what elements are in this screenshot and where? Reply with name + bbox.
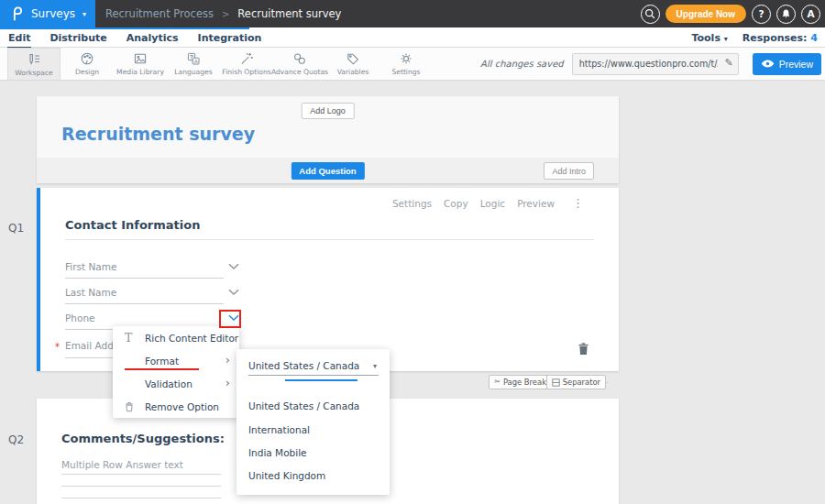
add-intro-button[interactable]: Add Intro xyxy=(544,162,594,180)
toolbar-item-advance-quotas[interactable]: Advance Quotas xyxy=(273,48,326,80)
contact-row-last-name: Last Name xyxy=(65,286,240,304)
palette-icon xyxy=(80,51,94,66)
menu-item-rich-content-editor[interactable]: T Rich Content Editor xyxy=(113,326,239,349)
tab-edit[interactable]: Edit xyxy=(7,27,31,49)
format-option-india-mobile[interactable]: India Mobile xyxy=(248,447,307,458)
breadcrumb-parent[interactable]: Recruitment Process xyxy=(105,7,214,20)
question2-heading[interactable]: Comments/Suggestions: xyxy=(61,432,225,445)
chevron-right-icon: › xyxy=(226,353,230,367)
row-label[interactable]: First Name xyxy=(65,261,116,272)
answer-underline xyxy=(61,486,221,487)
upgrade-now-button[interactable]: Upgrade Now xyxy=(666,5,746,23)
menu-item-remove-option[interactable]: Remove Option xyxy=(113,395,239,418)
svg-text:A: A xyxy=(194,59,198,64)
preview-button[interactable]: Preview xyxy=(753,53,821,75)
product-switcher[interactable]: Surveys ▾ xyxy=(0,0,95,27)
page-break-button[interactable]: ✂ Page Break xyxy=(489,375,552,389)
responses-count: 4 xyxy=(810,32,818,44)
row-options-chevron-icon[interactable] xyxy=(228,289,239,296)
question-preview-link[interactable]: Preview xyxy=(517,198,555,209)
toolbar-item-workspace[interactable]: Workspace xyxy=(7,48,60,80)
toolbar-item-media-library[interactable]: Media Library xyxy=(114,48,167,80)
chevron-right-icon: › xyxy=(226,376,230,389)
row-label[interactable]: Phone xyxy=(65,312,95,323)
autosave-status: All changes saved xyxy=(480,59,564,69)
survey-url-input[interactable] xyxy=(572,53,739,75)
tools-label: Tools xyxy=(691,32,720,44)
chevron-down-icon: ▾ xyxy=(82,10,86,18)
toolbar-item-label: Advance Quotas xyxy=(271,68,328,76)
required-asterisk: * xyxy=(55,342,60,352)
responses-link[interactable]: Responses: 4 xyxy=(742,32,818,44)
format-option-united-kingdom[interactable]: United Kingdom xyxy=(248,470,325,481)
survey-nav: Edit Distribute Analytics Integration To… xyxy=(0,27,825,48)
toolbar-item-label: Workspace xyxy=(15,69,53,77)
nav-tabs: Edit Distribute Analytics Integration xyxy=(7,27,262,48)
toolbar-item-design[interactable]: Design xyxy=(60,48,114,80)
row-label[interactable]: Last Name xyxy=(65,287,116,298)
menu-item-validation[interactable]: Validation › xyxy=(113,372,239,395)
separator-button[interactable]: Separator xyxy=(546,375,606,389)
toolbar-items: Workspace Design Media Library A Languag… xyxy=(7,48,433,80)
tab-distribute[interactable]: Distribute xyxy=(49,27,107,47)
toolbar-item-finish-options[interactable]: Finish Options xyxy=(220,48,273,80)
annotation-underline xyxy=(125,368,199,370)
question-copy-link[interactable]: Copy xyxy=(444,198,468,209)
format-option-us-canada[interactable]: United States / Canada xyxy=(248,400,359,411)
edit-url-pencil-icon[interactable]: ✎ xyxy=(724,57,732,69)
chevron-down-icon: ▾ xyxy=(373,362,377,370)
question-logic-link[interactable]: Logic xyxy=(480,198,505,209)
tools-menu[interactable]: Tools ▾ xyxy=(691,32,727,44)
nav-right: Tools ▾ Responses: 4 xyxy=(691,27,818,48)
row-options-chevron-icon[interactable] xyxy=(228,263,239,270)
chain-link-icon xyxy=(292,51,307,66)
preview-label: Preview xyxy=(779,59,813,70)
notifications-button[interactable] xyxy=(776,5,796,24)
toolbar-item-settings[interactable]: Settings xyxy=(380,48,433,80)
heading-divider xyxy=(65,239,594,240)
bell-icon xyxy=(781,8,791,19)
avatar[interactable]: A xyxy=(801,5,820,24)
trash-icon xyxy=(578,342,589,356)
toolbar-item-label: Media Library xyxy=(116,68,164,76)
breadcrumb-current: Recruitment survey xyxy=(237,7,341,20)
image-icon xyxy=(133,51,148,66)
question1-id: Q1 xyxy=(8,222,24,235)
separator-label: Separator xyxy=(563,378,600,387)
answer-placeholder: Multiple Row Answer text xyxy=(61,459,183,470)
questionpro-logo xyxy=(10,5,24,22)
format-option-international[interactable]: International xyxy=(248,424,310,435)
toolbar-item-label: Design xyxy=(75,68,99,76)
toolbar-item-label: Languages xyxy=(174,68,212,76)
search-button[interactable] xyxy=(641,5,660,24)
help-button[interactable]: ? xyxy=(752,5,771,24)
search-icon xyxy=(644,8,655,19)
separator-icon xyxy=(552,378,560,387)
row-options-context-menu: T Rich Content Editor Format › Validatio… xyxy=(113,326,239,418)
toolbar-item-label: Settings xyxy=(391,68,420,76)
toolbar-item-variables[interactable]: Variables xyxy=(326,48,380,80)
question-settings-link[interactable]: Settings xyxy=(392,198,432,209)
kebab-menu-icon[interactable]: ⋮ xyxy=(572,199,584,208)
delete-row-button[interactable] xyxy=(578,342,589,356)
add-question-button[interactable]: Add Question xyxy=(291,162,364,180)
question1-heading[interactable]: Contact Information xyxy=(65,218,200,232)
phone-format-select[interactable]: United States / Canada ▾ xyxy=(248,358,379,376)
toolbar-item-label: Variables xyxy=(337,68,369,76)
focus-indicator-line xyxy=(285,379,358,381)
magic-wand-icon xyxy=(239,51,254,66)
survey-header-card: Add Logo Recruitment survey Add Question… xyxy=(37,96,619,183)
gear-icon xyxy=(399,51,413,66)
tab-analytics[interactable]: Analytics xyxy=(126,27,180,47)
toolbar-item-languages[interactable]: A Languages xyxy=(167,48,220,80)
survey-title[interactable]: Recruitment survey xyxy=(61,124,255,144)
topbar-actions: Upgrade Now ? A xyxy=(641,0,820,27)
chevron-down-icon: ▾ xyxy=(724,35,728,43)
toolbar-right: All changes saved ✎ Preview xyxy=(480,48,825,80)
trash-icon xyxy=(125,401,145,412)
add-logo-button[interactable]: Add Logo xyxy=(301,103,355,119)
page-break-label: Page Break xyxy=(503,378,546,387)
answer-underline xyxy=(65,278,224,279)
contact-row-first-name: First Name xyxy=(65,260,240,279)
tab-integration[interactable]: Integration xyxy=(197,27,263,47)
